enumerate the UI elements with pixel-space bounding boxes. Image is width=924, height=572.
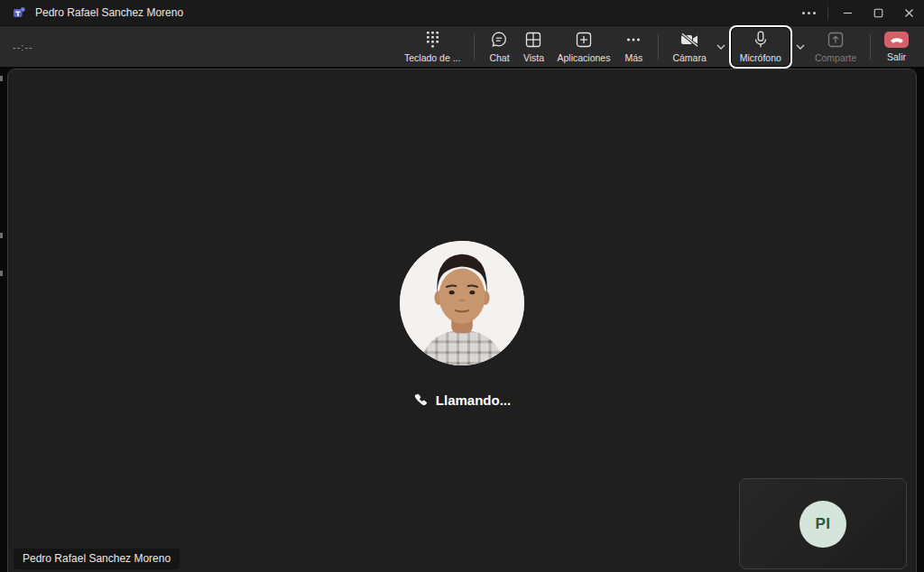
chevron-down-icon: [716, 44, 725, 50]
camera-off-icon: [679, 31, 699, 49]
window-title: Pedro Rafael Sanchez Moreno: [35, 6, 183, 19]
camera-options-chevron[interactable]: [715, 26, 727, 67]
minimize-icon: [843, 8, 853, 18]
chat-bubble-icon: [490, 31, 508, 49]
mic-focus-ring: Micrófono: [729, 25, 792, 69]
mic-button[interactable]: Micrófono: [734, 28, 788, 66]
maximize-button[interactable]: [863, 0, 893, 25]
chat-button[interactable]: Chat: [482, 28, 516, 66]
camera-button[interactable]: Cámara: [666, 28, 712, 66]
participant-name-tag: Pedro Rafael Sanchez Moreno: [14, 549, 180, 569]
more-label: Más: [625, 52, 643, 63]
leave-label: Salir: [887, 51, 906, 62]
mic-options-chevron[interactable]: [794, 26, 807, 67]
view-label: Vista: [523, 52, 544, 63]
more-button[interactable]: Más: [616, 28, 651, 66]
apps-button[interactable]: Aplicaciones: [550, 28, 616, 66]
keypad-label: Teclado de ...: [404, 52, 460, 63]
maximize-icon: [873, 8, 883, 18]
close-button[interactable]: [893, 0, 924, 25]
titlebar: Pedro Rafael Sanchez Moreno: [0, 0, 924, 25]
call-stage: Llamando... Pedro Rafael Sanchez Moreno …: [7, 69, 917, 572]
toolbar-separator: [870, 34, 871, 60]
grid-view-icon: [524, 31, 542, 49]
share-screen-icon: [827, 31, 845, 49]
view-button[interactable]: Vista: [516, 28, 550, 66]
apps-label: Aplicaciones: [557, 52, 610, 63]
keypad-button[interactable]: Teclado de ...: [398, 28, 467, 66]
hang-up-icon: [884, 32, 909, 48]
participant-avatar: [400, 241, 524, 365]
teams-icon: [12, 5, 26, 20]
window-controls: [793, 0, 924, 25]
call-toolbar: --:-- Teclado de ... Chat Vista: [0, 25, 924, 67]
titlebar-more-button[interactable]: [793, 0, 824, 25]
calling-status-row: Llamando...: [413, 392, 511, 408]
microphone-icon: [753, 31, 768, 49]
phone-icon: [413, 393, 427, 407]
ellipsis-icon: [624, 31, 642, 49]
share-button: Comparte: [808, 28, 863, 66]
self-view-avatar: PI: [799, 501, 846, 548]
call-timer: --:--: [13, 42, 33, 52]
camera-label: Cámara: [672, 52, 706, 63]
share-label: Comparte: [815, 52, 856, 63]
calling-center-group: Llamando...: [8, 241, 916, 408]
toolbar-separator: [658, 34, 659, 60]
chevron-down-icon: [796, 44, 805, 50]
titlebar-separator: [827, 6, 828, 20]
ellipsis-icon: [802, 12, 816, 14]
mic-label: Micrófono: [740, 52, 781, 63]
close-icon: [904, 8, 914, 18]
self-view-initials: PI: [815, 515, 830, 533]
calling-status-text: Llamando...: [436, 392, 511, 408]
background-window-artifact: [0, 233, 3, 238]
leave-button[interactable]: Salir: [878, 29, 915, 65]
minimize-button[interactable]: [832, 0, 863, 25]
add-app-icon: [575, 31, 593, 49]
chat-label: Chat: [489, 52, 509, 63]
background-window-artifact: [0, 271, 3, 276]
dialpad-icon: [424, 31, 441, 49]
self-view-tile[interactable]: PI: [739, 478, 907, 569]
background-window-artifact: [0, 76, 3, 81]
toolbar-separator: [474, 34, 475, 60]
